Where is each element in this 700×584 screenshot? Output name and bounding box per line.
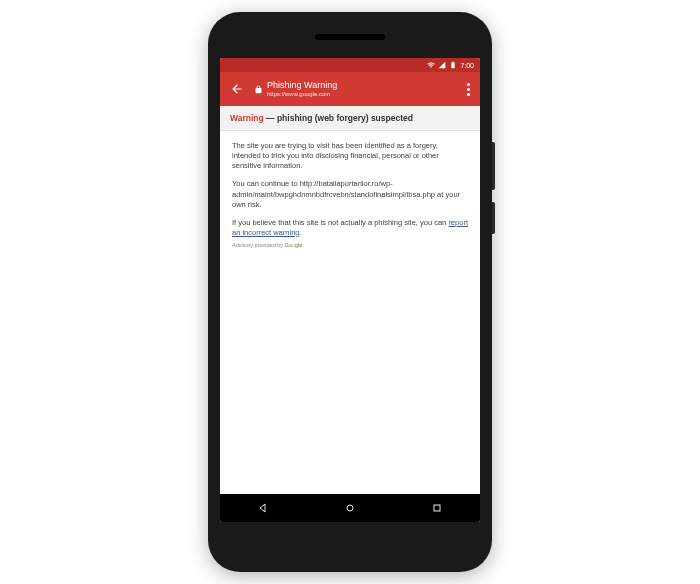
nav-home-icon[interactable]: [344, 502, 356, 514]
paragraph-forgery: The site you are trying to visit has bee…: [232, 141, 468, 171]
status-bar: 7:00: [220, 58, 480, 72]
google-logo: Google: [285, 242, 303, 248]
svg-point-0: [347, 505, 353, 511]
screen: 7:00 Phishing Warning https://www.google…: [220, 58, 480, 522]
wifi-icon: [427, 61, 435, 69]
nav-bar: [220, 494, 480, 522]
app-toolbar: Phishing Warning https://www.google.com: [220, 72, 480, 106]
status-time: 7:00: [460, 62, 474, 69]
paragraph-report: If you believe that this site is not act…: [232, 218, 468, 238]
power-button: [492, 202, 495, 234]
signal-icon: [438, 61, 446, 69]
battery-icon: [449, 61, 457, 69]
volume-button: [492, 142, 495, 190]
paragraph-continue: You can continue to http://bataliaportar…: [232, 179, 468, 209]
report-suffix: .: [300, 228, 302, 237]
nav-recent-icon[interactable]: [431, 502, 443, 514]
warning-text: — phishing (web forgery) suspected: [264, 113, 413, 123]
page-title: Phishing Warning: [267, 81, 467, 91]
back-arrow-icon[interactable]: [230, 82, 244, 96]
advisory-prefix: Advisory provided by: [232, 242, 285, 248]
report-prefix: If you believe that this site is not act…: [232, 218, 448, 227]
toolbar-title-block: Phishing Warning https://www.google.com: [267, 81, 467, 97]
content-area: The site you are trying to visit has bee…: [220, 131, 480, 494]
nav-back-icon[interactable]: [257, 502, 269, 514]
svg-rect-1: [434, 505, 440, 511]
speaker-grille: [315, 34, 385, 40]
warning-label: Warning: [230, 113, 264, 123]
device-frame: 7:00 Phishing Warning https://www.google…: [208, 12, 492, 572]
warning-banner: Warning — phishing (web forgery) suspect…: [220, 106, 480, 131]
lock-icon: [254, 85, 263, 94]
overflow-menu-icon[interactable]: [467, 83, 470, 96]
page-url: https://www.google.com: [267, 91, 467, 98]
advisory-attribution: Advisory provided by Google: [232, 242, 468, 249]
